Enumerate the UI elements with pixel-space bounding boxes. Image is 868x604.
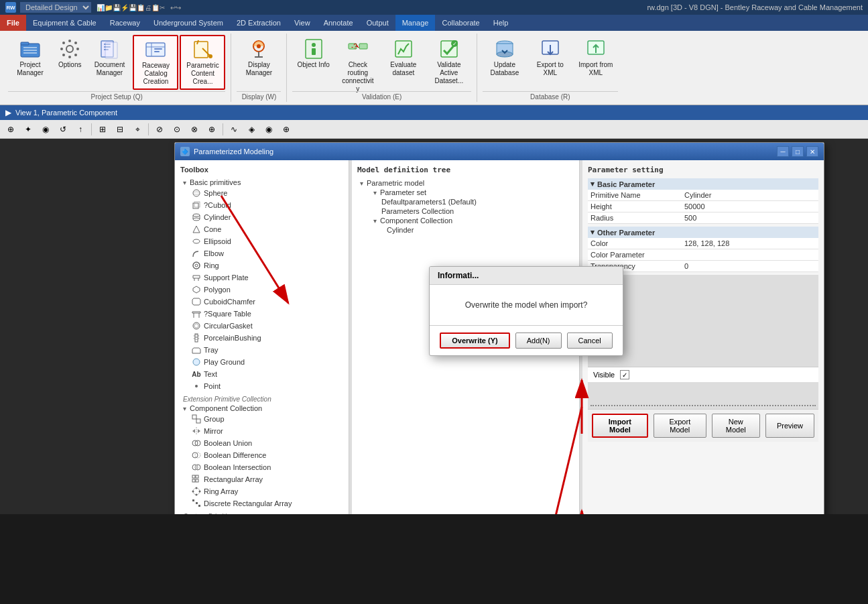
tree-item-tray[interactable]: Tray (180, 344, 343, 356)
svg-point-73 (193, 359, 200, 365)
cancel-btn[interactable]: Cancel (567, 333, 613, 349)
import-xml-label: Import from XML (578, 61, 613, 77)
tree-header-param-model[interactable]: ▾ Parametric model (357, 178, 574, 188)
design-level-select[interactable]: Detailed Design (20, 2, 91, 13)
evaluate-dataset-btn[interactable]: Evaluate dataset (381, 35, 426, 90)
tree-item-circular-gasket[interactable]: CircularGasket (180, 320, 343, 332)
menu-help[interactable]: Help (487, 15, 515, 31)
tree-item-cuboid-chamfer[interactable]: CuboidChamfer (180, 296, 343, 308)
maximize-btn[interactable]: □ (792, 146, 804, 157)
menu-underground[interactable]: Underground System (147, 15, 230, 31)
object-info-label: Object Info (297, 61, 329, 69)
visible-checkbox[interactable]: ✓ (620, 370, 629, 379)
toolbar-btn-2[interactable]: ✦ (20, 122, 36, 137)
toolbar-btn-4[interactable]: ↺ (55, 122, 71, 137)
toolbar-btn-10[interactable]: ⊙ (169, 122, 185, 137)
tree-item-component-collection[interactable]: ▾ Component Collection (357, 216, 574, 225)
tree-item-ring[interactable]: Ring (180, 259, 343, 271)
tree-item-group[interactable]: Group (180, 413, 343, 425)
menu-file[interactable]: File (0, 15, 26, 31)
toolbar-btn-9[interactable]: ⊘ (151, 122, 168, 137)
new-model-btn[interactable]: New Model (712, 414, 760, 438)
export-model-btn[interactable]: Export Model (654, 414, 706, 438)
tree-header-component[interactable]: ▾ Component Collection (180, 404, 343, 413)
add-btn[interactable]: Add(N) (515, 333, 562, 349)
tree-item-boolean-union[interactable]: Boolean Union (180, 437, 343, 449)
tree-item-playground[interactable]: Play Ground (180, 356, 343, 368)
close-btn[interactable]: ✕ (806, 146, 818, 157)
overwrite-btn[interactable]: Overwrite (Y) (440, 333, 509, 349)
tree-item-cone[interactable]: Cone (180, 223, 343, 235)
tree-item-cylinder[interactable]: Cylinder (180, 211, 343, 223)
export-xml-btn[interactable]: Export to XML (528, 35, 572, 90)
toolbar-btn-1[interactable]: ⊕ (3, 122, 19, 137)
menu-collaborate[interactable]: Collaborate (435, 15, 486, 31)
minimize-btn[interactable]: ─ (777, 146, 789, 157)
param-label-color-param: Color Parameter (591, 251, 684, 259)
parametric-content-btn[interactable]: Parametric Content Crea... (180, 35, 225, 90)
param-setting-title: Parameter setting (588, 166, 818, 174)
menu-manage[interactable]: Manage (395, 15, 436, 31)
tree-section-component: ▾ Component Collection Group Mirror Bool… (180, 404, 343, 509)
ribbon-group-label-validation: Validation (E) (292, 91, 471, 101)
document-manager-btn[interactable]: Document Manager (87, 35, 131, 90)
preview-btn[interactable]: Preview (765, 414, 814, 438)
tree-item-boolean-intersection[interactable]: Boolean Intersection (180, 461, 343, 473)
tree-header-basic[interactable]: ▾ Basic primitives (180, 178, 343, 187)
mirror-icon (191, 426, 202, 436)
update-database-btn[interactable]: Update Database (483, 35, 527, 90)
tree-item-default-params[interactable]: Defaultparameters1 (Default) (357, 197, 574, 206)
tree-item-text[interactable]: Ab Text (180, 368, 343, 380)
tree-item-sphere[interactable]: Sphere (180, 187, 343, 199)
menu-2d[interactable]: 2D Extraction (230, 15, 288, 31)
import-xml-btn[interactable]: Import from XML (574, 35, 618, 90)
ribbon-group-buttons-display: Display Manager (237, 35, 281, 90)
toolbar-btn-5[interactable]: ↑ (72, 122, 88, 137)
svg-point-27 (208, 54, 212, 58)
toolbar-btn-7[interactable]: ⊟ (112, 122, 128, 137)
toolbar-btn-14[interactable]: ◈ (243, 122, 259, 137)
visible-row: Visible ✓ (588, 367, 818, 382)
toolbar2: ⊕ ✦ ◉ ↺ ↑ ⊞ ⊟ ⌖ ⊘ ⊙ ⊗ ⊕ ∿ ◈ ◉ ⊕ (0, 120, 868, 139)
tree-item-polygon[interactable]: Polygon (180, 284, 343, 296)
tree-item-point[interactable]: Point (180, 380, 343, 392)
toolbar-btn-8[interactable]: ⌖ (129, 122, 145, 137)
tree-item-cylinder-model[interactable]: Cylinder (357, 225, 574, 235)
toolbar-btn-15[interactable]: ◉ (261, 122, 277, 137)
toolbar-btn-3[interactable]: ◉ (38, 122, 54, 137)
toolbar-btn-13[interactable]: ∿ (226, 122, 242, 137)
svg-text:✓: ✓ (452, 41, 457, 47)
svg-rect-1 (21, 42, 29, 45)
toolbar-btn-6[interactable]: ⊞ (95, 122, 111, 137)
import-model-btn[interactable]: Import Model (592, 414, 648, 438)
display-manager-btn[interactable]: Display Manager (237, 35, 281, 90)
tree-item-cuboid[interactable]: ?Cuboid (180, 199, 343, 211)
tree-item-mirror[interactable]: Mirror (180, 425, 343, 437)
toolbar-btn-12[interactable]: ⊕ (204, 122, 220, 137)
menu-equipment[interactable]: Equipment & Cable (26, 15, 103, 31)
svg-rect-36 (359, 44, 367, 49)
options-btn[interactable]: Options (54, 35, 86, 90)
menu-annotate[interactable]: Annotate (317, 15, 360, 31)
check-routing-btn[interactable]: -?- Check routing connectivity (336, 35, 380, 90)
tree-item-param-set[interactable]: ▾ Parameter set (357, 188, 574, 197)
tree-item-boolean-difference[interactable]: Boolean Difference (180, 449, 343, 461)
tree-item-elbow[interactable]: Elbow (180, 247, 343, 259)
validate-dataset-btn[interactable]: ✓ Validate Active Dataset... (427, 35, 471, 90)
tree-item-discrete-rect-array[interactable]: Discrete Rectangular Array (180, 497, 343, 509)
tree-item-square-table[interactable]: ?Square Table (180, 308, 343, 320)
tree-item-params-collection[interactable]: Parameters Collection (357, 206, 574, 216)
toolbar-btn-16[interactable]: ⊕ (278, 122, 294, 137)
menu-output[interactable]: Output (360, 15, 395, 31)
tree-item-ellipsoid[interactable]: Ellipsoid (180, 235, 343, 247)
menu-raceway[interactable]: Raceway (103, 15, 147, 31)
toolbar-btn-11[interactable]: ⊗ (186, 122, 202, 137)
project-manager-btn[interactable]: Project Manager (8, 35, 52, 90)
tree-item-support-plate[interactable]: Support Plate (180, 271, 343, 284)
menu-view[interactable]: View (288, 15, 317, 31)
tree-item-ring-array[interactable]: Ring Array (180, 485, 343, 497)
raceway-catalog-btn[interactable]: Raceway Catalog Creation (133, 35, 178, 90)
tree-item-porcelain-bushing[interactable]: PorcelainBushing (180, 332, 343, 344)
tree-item-rectangular-array[interactable]: Rectangular Array (180, 473, 343, 485)
object-info-btn[interactable]: Object Info (292, 35, 334, 90)
